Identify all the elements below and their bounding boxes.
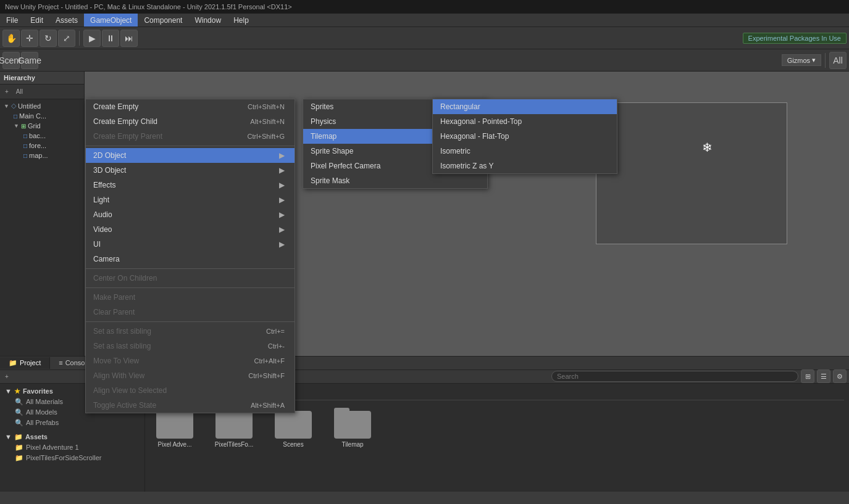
move-to-view-item[interactable]: Move To View Ctrl+Alt+F xyxy=(86,353,295,368)
align-with-view-item[interactable]: Align With View Ctrl+Shift+F xyxy=(86,368,295,383)
asset-label-3: Scenes xyxy=(283,441,303,448)
light-item[interactable]: Light ▶ xyxy=(86,192,295,207)
pixel-tiles-item[interactable]: 📁 PixelTilesForSideScroller xyxy=(2,453,142,463)
rectangular-item[interactable]: Rectangular xyxy=(433,99,617,114)
hexagonal-flat-item[interactable]: Hexagonal - Flat-Top xyxy=(433,129,617,144)
video-arrow: ▶ xyxy=(279,225,285,234)
game-tab[interactable]: Game xyxy=(21,52,38,69)
ui-item[interactable]: UI ▶ xyxy=(86,237,295,252)
menu-file[interactable]: File xyxy=(0,14,24,27)
create-empty-shortcut: Ctrl+Shift+N xyxy=(248,103,285,110)
toolbar-sep-1 xyxy=(79,31,80,46)
menu-component[interactable]: Component xyxy=(138,14,188,27)
list-view-btn[interactable]: ☰ xyxy=(817,370,830,383)
icon-view-btn[interactable]: ⊞ xyxy=(801,370,814,383)
hier-map[interactable]: □ map... xyxy=(1,151,83,160)
asset-label-4: Tilemap xyxy=(341,441,363,448)
align-view-selected-label: Align View to Selected xyxy=(93,386,167,395)
folder-body-2 xyxy=(215,411,253,439)
all-filter-btn[interactable]: All xyxy=(829,52,847,69)
sprite-mask-item[interactable]: Sprite Mask xyxy=(303,173,487,188)
folder-shape-4 xyxy=(334,408,371,439)
hierarchy-all-label[interactable]: All xyxy=(14,88,25,96)
hier-item-label: Grid xyxy=(28,122,41,130)
first-sibling-shortcut: Ctrl+= xyxy=(266,328,285,335)
step-button[interactable]: ⏭ xyxy=(120,30,138,47)
hand-tool-button[interactable]: ✋ xyxy=(2,30,20,47)
align-view-selected-item[interactable]: Align View to Selected xyxy=(86,383,295,398)
triangle-icon: ▼ xyxy=(4,103,9,109)
all-prefabs-label: All Prefabs xyxy=(26,419,59,426)
hier-item-label: bac... xyxy=(29,132,46,139)
hierarchy-add-btn[interactable]: + xyxy=(2,88,11,96)
camera-item[interactable]: Camera xyxy=(86,252,295,266)
gizmos-button[interactable]: Gizmos ▾ xyxy=(782,54,821,66)
all-prefabs-item[interactable]: 🔍 All Prefabs xyxy=(2,418,142,428)
menu-assets[interactable]: Assets xyxy=(49,14,84,27)
first-sibling-item[interactable]: Set as first sibling Ctrl+= xyxy=(86,324,295,339)
hier-bac[interactable]: □ bac... xyxy=(1,131,83,141)
menu-gameobject[interactable]: GameObject xyxy=(84,14,138,27)
hier-maincamera[interactable]: □ Main C... xyxy=(1,111,83,121)
create-empty-item[interactable]: Create Empty Ctrl+Shift+N xyxy=(86,99,295,114)
hier-item-label: fore... xyxy=(29,142,46,149)
folder-body-4 xyxy=(334,411,371,439)
pause-button[interactable]: ⏸ xyxy=(102,30,119,47)
physics-label: Physics xyxy=(311,117,336,126)
2d-object-item[interactable]: 2D Object ▶ xyxy=(86,148,295,163)
isometric-item[interactable]: Isometric xyxy=(433,144,617,159)
folder-icon-2: 📁 xyxy=(15,454,23,462)
rotate-tool-button[interactable]: ↻ xyxy=(40,30,57,47)
assets-label: Assets xyxy=(25,433,48,440)
make-parent-item[interactable]: Make Parent xyxy=(86,290,295,305)
assets-sidebar-header[interactable]: ▼ 📁 Assets xyxy=(2,432,142,442)
hier-item-label: Untitled xyxy=(18,102,41,110)
camera-label: Camera xyxy=(93,255,120,263)
grid-icon: ⊞ xyxy=(21,123,26,130)
main-area: Hierarchy + All ▼ ◇ Untitled □ Main C...… xyxy=(0,72,849,356)
menu-edit[interactable]: Edit xyxy=(24,14,49,27)
2d-object-arrow: ▶ xyxy=(279,151,285,160)
effects-item[interactable]: Effects ▶ xyxy=(86,178,295,192)
asset-tilemap[interactable]: Tilemap xyxy=(328,405,377,450)
center-on-children-item[interactable]: Center On Children xyxy=(86,271,295,286)
assets-section: ▼ 📁 Assets 📁 Pixel Adventure 1 📁 PixelTi… xyxy=(2,432,142,463)
audio-label: Audio xyxy=(93,210,112,219)
video-item[interactable]: Video ▶ xyxy=(86,222,295,237)
scene-tab[interactable]: Scene xyxy=(2,52,20,69)
hier-item-label: Main C... xyxy=(19,112,46,120)
create-empty-child-item[interactable]: Create Empty Child Alt+Shift+N xyxy=(86,114,295,129)
main-toolbar: ✋ ✛ ↻ ⤢ ▶ ⏸ ⏭ Experimental Packages In U… xyxy=(0,27,849,49)
hier-untitled[interactable]: ▼ ◇ Untitled xyxy=(1,101,83,111)
scale-tool-button[interactable]: ⤢ xyxy=(58,30,75,47)
play-button[interactable]: ▶ xyxy=(83,30,101,47)
last-sibling-item[interactable]: Set as last sibling Ctrl+- xyxy=(86,339,295,353)
menu-window[interactable]: Window xyxy=(188,14,227,27)
sprites-label: Sprites xyxy=(311,102,333,111)
isometric-z-item[interactable]: Isometric Z as Y xyxy=(433,159,617,173)
hexagonal-pointed-item[interactable]: Hexagonal - Pointed-Top xyxy=(433,114,617,129)
cube-icon-2: □ xyxy=(23,133,27,139)
ui-arrow: ▶ xyxy=(279,240,285,249)
gizmos-label: Gizmos xyxy=(787,57,810,64)
create-empty-parent-shortcut: Ctrl+Shift+G xyxy=(247,133,285,140)
toggle-active-item[interactable]: Toggle Active State Alt+Shift+A xyxy=(86,398,295,413)
project-add-btn[interactable]: + xyxy=(2,373,11,381)
hier-fore[interactable]: □ fore... xyxy=(1,141,83,151)
clear-parent-label: Clear Parent xyxy=(93,308,135,316)
clear-parent-item[interactable]: Clear Parent xyxy=(86,305,295,320)
tab-project[interactable]: 📁 Project xyxy=(0,357,50,369)
effects-arrow: ▶ xyxy=(279,181,285,189)
menu-help[interactable]: Help xyxy=(227,14,255,27)
hier-grid[interactable]: ▼ ⊞ Grid xyxy=(1,121,83,131)
project-search-input[interactable] xyxy=(551,371,798,382)
all-models-label: All Models xyxy=(26,408,57,416)
audio-item[interactable]: Audio ▶ xyxy=(86,207,295,222)
3d-object-item[interactable]: 3D Object ▶ xyxy=(86,163,295,178)
submenu-tilemap: Rectangular Hexagonal - Pointed-Top Hexa… xyxy=(432,99,617,174)
create-empty-parent-item[interactable]: Create Empty Parent Ctrl+Shift+G xyxy=(86,129,295,144)
pixel-adventure-item[interactable]: 📁 Pixel Adventure 1 xyxy=(2,442,142,453)
move-to-view-shortcut: Ctrl+Alt+F xyxy=(254,357,285,365)
move-tool-button[interactable]: ✛ xyxy=(21,30,38,47)
settings-btn[interactable]: ⚙ xyxy=(833,370,847,383)
